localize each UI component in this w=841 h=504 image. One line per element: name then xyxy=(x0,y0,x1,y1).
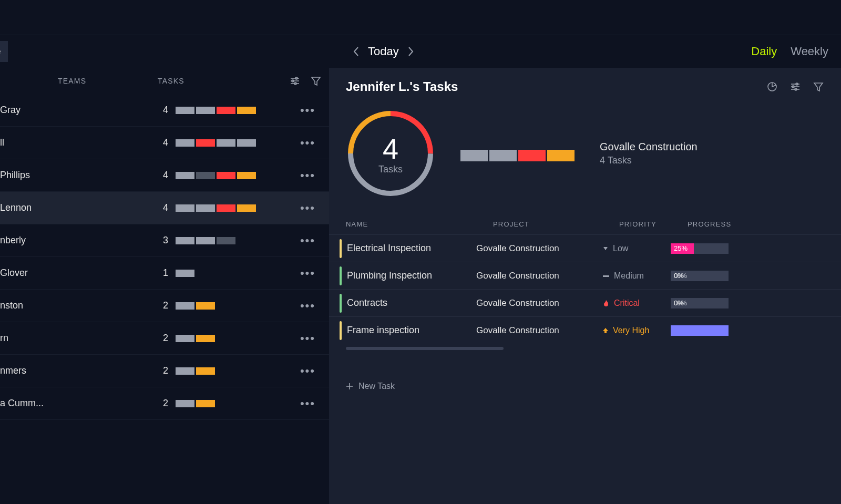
col-header-teams: TEAMS xyxy=(0,77,89,85)
seg xyxy=(237,172,256,179)
ring-label: Tasks xyxy=(378,164,403,175)
more-icon[interactable]: ••• xyxy=(300,299,329,313)
team-task-count: 2 xyxy=(152,333,176,344)
summary-project: Govalle Construction xyxy=(600,141,698,153)
seg xyxy=(460,150,488,161)
task-name: Frame inspection xyxy=(329,325,476,336)
sliders-icon[interactable] xyxy=(789,81,801,92)
new-task-button[interactable]: New Task xyxy=(346,382,824,391)
more-icon[interactable]: ••• xyxy=(300,201,329,215)
more-icon[interactable]: ••• xyxy=(300,397,329,410)
chevron-left-icon[interactable] xyxy=(352,46,360,57)
dcol-project: PROJECT xyxy=(493,220,619,228)
ring-number: 4 xyxy=(383,132,398,165)
seg xyxy=(237,107,256,114)
top-spacer xyxy=(0,0,841,35)
dcol-name: NAME xyxy=(346,220,493,228)
task-progress: 25% xyxy=(671,243,729,254)
team-row[interactable]: a Cumm...2••• xyxy=(0,387,329,420)
team-name: nberly xyxy=(0,235,152,246)
team-row[interactable]: rn2••• xyxy=(0,322,329,355)
task-ring: 4 Tasks xyxy=(346,109,435,198)
svg-marker-14 xyxy=(814,83,823,91)
filter-icon[interactable] xyxy=(813,81,824,92)
seg xyxy=(176,270,194,277)
task-row[interactable]: Frame inspectionGovalle ConstructionVery… xyxy=(329,316,841,344)
nav-tab-active[interactable]: e xyxy=(0,41,8,62)
more-icon[interactable]: ••• xyxy=(300,104,329,117)
team-list: Gray4•••ll4•••Phillips4•••Lennon4•••nber… xyxy=(0,94,329,420)
seg xyxy=(196,107,215,114)
row-accent xyxy=(340,294,342,313)
task-priority: Critical xyxy=(602,299,671,308)
seg xyxy=(217,204,235,212)
team-task-count: 1 xyxy=(152,268,176,279)
team-row[interactable]: Glover1••• xyxy=(0,257,329,290)
seg xyxy=(196,237,215,244)
svg-rect-19 xyxy=(603,275,609,277)
team-row[interactable]: ll4••• xyxy=(0,127,329,159)
more-icon[interactable]: ••• xyxy=(300,266,329,280)
flame-icon xyxy=(602,300,610,307)
seg xyxy=(217,172,235,179)
team-task-count: 4 xyxy=(152,105,176,116)
team-row[interactable]: nmers2••• xyxy=(0,355,329,387)
horizontal-scrollbar[interactable] xyxy=(346,347,824,350)
task-name: Electrical Inspection xyxy=(329,243,476,254)
row-accent xyxy=(340,239,342,258)
svg-marker-6 xyxy=(312,77,320,85)
svg-marker-20 xyxy=(603,328,608,333)
task-name: Contracts xyxy=(329,297,476,308)
more-icon[interactable]: ••• xyxy=(300,234,329,248)
team-name: a Cumm... xyxy=(0,398,152,409)
more-icon[interactable]: ••• xyxy=(300,364,329,378)
team-row[interactable]: Phillips4••• xyxy=(0,159,329,192)
team-row[interactable]: nston2••• xyxy=(0,290,329,322)
team-row[interactable]: Lennon4••• xyxy=(0,192,329,224)
team-seg-bar xyxy=(176,172,256,179)
view-toggle-daily[interactable]: Daily xyxy=(751,45,777,58)
summary-count: 4 Tasks xyxy=(600,155,698,166)
seg xyxy=(176,204,194,212)
team-task-count: 4 xyxy=(152,137,176,148)
team-row[interactable]: Gray4••• xyxy=(0,94,329,127)
more-icon[interactable]: ••• xyxy=(300,332,329,345)
task-row[interactable]: Plumbing InspectionGovalle ConstructionM… xyxy=(329,262,841,289)
seg xyxy=(547,150,575,161)
task-progress xyxy=(671,325,729,336)
seg xyxy=(237,139,256,147)
team-row[interactable]: nberly3••• xyxy=(0,224,329,257)
seg xyxy=(196,367,215,375)
view-toggle-weekly[interactable]: Weekly xyxy=(791,45,828,58)
team-seg-bar xyxy=(176,270,194,277)
filter-icon[interactable] xyxy=(310,75,322,87)
team-seg-bar xyxy=(176,335,215,342)
task-project: Govalle Construction xyxy=(476,243,602,254)
team-panel: TEAMS TASKS Gray4•••ll4•••Phillips4•••Le… xyxy=(0,68,329,420)
task-row[interactable]: Electrical InspectionGovalle Constructio… xyxy=(329,234,841,262)
team-name: Phillips xyxy=(0,170,152,181)
more-icon[interactable]: ••• xyxy=(300,136,329,150)
task-project: Govalle Construction xyxy=(476,298,602,308)
scrollbar-thumb[interactable] xyxy=(346,347,504,350)
sliders-icon[interactable] xyxy=(289,75,301,87)
seg xyxy=(217,107,235,114)
row-accent xyxy=(340,266,342,285)
task-row[interactable]: ContractsGovalle ConstructionCritical0%0… xyxy=(329,289,841,316)
task-name: Plumbing Inspection xyxy=(329,270,476,281)
team-task-count: 3 xyxy=(152,235,176,246)
team-name: Lennon xyxy=(0,202,152,213)
team-task-count: 2 xyxy=(152,365,176,376)
pie-chart-icon[interactable] xyxy=(766,81,778,92)
task-priority: Medium xyxy=(602,271,671,281)
summary-bars xyxy=(460,150,575,157)
more-icon[interactable]: ••• xyxy=(300,169,329,182)
team-columns-header: TEAMS TASKS xyxy=(0,68,329,94)
seg xyxy=(196,139,215,147)
team-seg-bar xyxy=(176,139,256,147)
task-progress: 0%0% xyxy=(671,298,729,308)
chevron-right-icon[interactable] xyxy=(407,46,415,57)
team-seg-bar xyxy=(176,302,215,310)
summary-row: 4 Tasks Govalle Construction 4 Tasks xyxy=(329,99,841,213)
task-priority: Low xyxy=(602,244,671,253)
